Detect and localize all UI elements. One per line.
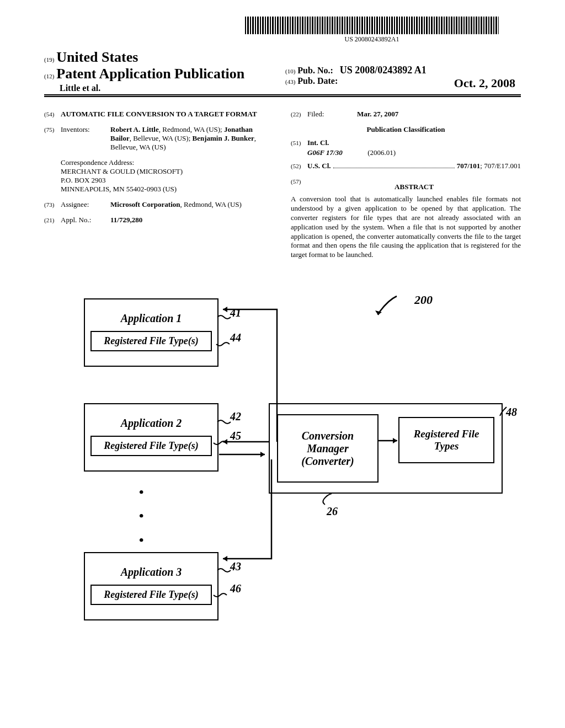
ellipsis-icon: ••• [139, 480, 143, 552]
inventors-code: (75) [44, 125, 61, 152]
corr-line3: MINNEAPOLIS, MN 55402-0903 (US) [61, 185, 274, 194]
app1-box: Application 1 Registered File Type(s) [84, 298, 218, 367]
right-column: (22) Filed: Mar. 27, 2007 Publication Cl… [291, 110, 521, 260]
filed-code: (22) [291, 110, 307, 119]
country-code: (19) [44, 56, 54, 63]
regtypes-line1: Registered File [399, 428, 493, 440]
app1-regfile: Registered File Type(s) [90, 331, 212, 351]
pub-type: Patent Application Publication [56, 66, 244, 82]
uscl-code: (52) [291, 162, 307, 169]
authors: Little et al. [44, 83, 280, 93]
svg-marker-1 [223, 307, 227, 312]
appl-label: Appl. No.: [61, 216, 110, 224]
svg-marker-3 [223, 439, 227, 445]
filed-label: Filed: [307, 110, 357, 119]
intcl-date: (2006.01) [367, 148, 396, 157]
conv-line3: (Converter) [278, 455, 377, 468]
svg-marker-8 [393, 438, 397, 443]
app3-regfile: Registered File Type(s) [90, 585, 212, 605]
assignee-label: Assignee: [61, 200, 110, 209]
converter-box: Conversion Manager (Converter) [277, 414, 379, 483]
app3-label: Application 3 [85, 563, 217, 582]
pub-no: US 2008/0243892 A1 [340, 65, 427, 76]
pub-date-label: Pub. Date: [297, 76, 338, 85]
pub-no-code: (10) [285, 68, 295, 74]
intcl-code: (51) [291, 138, 307, 147]
country: United States [56, 49, 138, 65]
app2-label: Application 2 [85, 414, 217, 433]
correspondence-address: Correspondence Address: MERCHANT & GOULD… [61, 158, 274, 194]
assignee-value: Microsoft Corporation, Redmond, WA (US) [110, 200, 274, 209]
pub-no-label: Pub. No.: [297, 66, 333, 75]
barcode-lines [245, 17, 499, 34]
app3-box: Application 3 Registered File Type(s) [84, 552, 218, 620]
app2-box: Application 2 Registered File Type(s) [84, 403, 218, 472]
intcl-value: G06F 17/30 [307, 148, 343, 157]
uscl-value: 707/101 [457, 162, 481, 170]
svg-marker-5 [260, 452, 265, 457]
left-column: (54) AUTOMATIC FILE CONVERSION TO A TARG… [44, 110, 274, 260]
assignee-code: (73) [44, 200, 61, 209]
conv-line2: Manager [278, 442, 377, 455]
corr-line2: P.O. BOX 2903 [61, 176, 274, 185]
filed-date: Mar. 27, 2007 [357, 110, 398, 118]
pub-date: Oct. 2, 2008 [454, 76, 515, 90]
corr-line1: MERCHANT & GOULD (MICROSOFT) [61, 167, 274, 176]
regtypes-line2: Types [399, 440, 493, 452]
app2-regfile: Registered File Type(s) [90, 436, 212, 456]
abstract-code: (57) [291, 177, 307, 195]
app1-label: Application 1 [85, 309, 217, 328]
pub-class-heading: Publication Classification [291, 125, 521, 134]
svg-marker-6 [223, 556, 227, 561]
title: AUTOMATIC FILE CONVERSION TO A TARGET FO… [61, 110, 257, 119]
ref-46: 46 [230, 582, 241, 595]
abstract-text: A conversion tool that is automatically … [291, 195, 521, 260]
intcl-label: Int. Cl. [307, 138, 329, 147]
pub-type-code: (12) [44, 73, 54, 79]
pub-date-code: (43) [285, 78, 295, 85]
inventors-value: Robert A. Little, Redmond, WA (US); Jona… [110, 125, 274, 152]
appl-no: 11/729,280 [110, 216, 142, 224]
reg-types-box: Registered File Types [398, 417, 494, 463]
inventors-label: Inventors: [61, 125, 110, 152]
corr-label: Correspondence Address: [61, 158, 274, 167]
uscl-label: U.S. Cl. [307, 162, 331, 170]
figure-section: 200 Application 1 Registered File Type(s… [44, 298, 521, 651]
title-code: (54) [44, 110, 61, 119]
appl-code: (21) [44, 216, 61, 224]
barcode-text: US 20080243892A1 [245, 35, 499, 44]
document-header: (19) United States (12) Patent Applicati… [44, 49, 521, 95]
abstract-heading: ABSTRACT [307, 183, 521, 191]
conv-line1: Conversion [278, 430, 377, 442]
barcode-section: US 20080243892A1 [44, 17, 499, 44]
ref-26: 26 [327, 505, 338, 518]
